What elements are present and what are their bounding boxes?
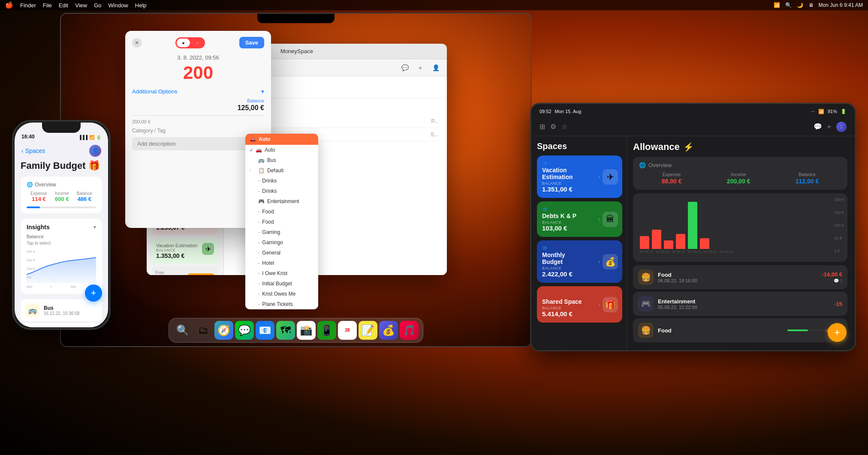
income-toggle[interactable]: ○ [191, 39, 204, 47]
avatar-icon[interactable]: 2 [836, 122, 847, 132]
cat-general[interactable]: · General [245, 248, 318, 258]
ipad-trans-food1-info: Food 06.08.22, 19:16:00 [658, 272, 817, 283]
chevron-icon: › [598, 174, 600, 180]
dock-notesapp[interactable]: 📝 [359, 321, 377, 340]
wifi-icon: 📶 [774, 2, 780, 8]
globe-icon: 🌐 [639, 162, 646, 168]
add-icon[interactable]: + [414, 62, 426, 74]
cat-hotel[interactable]: · Hotel [245, 258, 318, 268]
menu-go[interactable]: Go [94, 2, 101, 9]
chevron-down-icon: ▾ [261, 88, 264, 95]
expense-income-toggle[interactable]: ● ○ [175, 37, 205, 48]
modal-header: ✕ ● ○ Save [125, 31, 271, 54]
dock-finder[interactable]: 🔍 [173, 321, 192, 340]
progress-fill [27, 207, 40, 208]
ipad-overview-stats: Expense 88,00 € Income 200,00 € Balance … [639, 172, 841, 185]
moon-icon[interactable]: 🌙 [797, 2, 803, 8]
apple-icon[interactable]: 🍎 [5, 1, 13, 9]
chart-y-labels: 200 € 150 € 100 € 50 € 0 € [834, 198, 844, 253]
chevron-left-icon: ‹ [21, 147, 24, 154]
display-icon[interactable]: 🖥 [808, 2, 814, 8]
modal-close-button[interactable]: ✕ [132, 38, 142, 48]
dock-maps[interactable]: 🗺 [276, 321, 295, 340]
dock-mail[interactable]: 📧 [256, 321, 274, 340]
dock-safari[interactable]: 🧭 [214, 321, 233, 340]
upgrade-button[interactable]: Upgrade [187, 273, 215, 275]
dock-facetime[interactable]: 📱 [317, 321, 336, 340]
entertainment-icon: 🎮 [258, 198, 265, 204]
menu-window[interactable]: Window [108, 2, 128, 9]
dock-calendar[interactable]: 28 [338, 321, 357, 340]
shared-icon: 🎁 [603, 297, 618, 312]
menu-finder[interactable]: Finder [20, 2, 36, 9]
cat-bus[interactable]: 🚌 Bus [245, 155, 318, 165]
general-icon: · [258, 250, 259, 256]
cat-plane[interactable]: · Plane Tickets [245, 299, 318, 309]
dock-messages[interactable]: 💬 [235, 321, 254, 340]
overview-label-row: 🌐 Overview [27, 182, 96, 188]
ipad-trans-entertainment[interactable]: 🎮 Entertainment 05.08.22, 12:22:00 -15 [633, 292, 847, 316]
add-transaction-fab[interactable]: + [85, 284, 102, 302]
dock-moneyspace[interactable]: 💰 [379, 321, 398, 340]
dock-photos[interactable]: 📸 [297, 321, 316, 340]
cat-kristowes[interactable]: · Krist Owes Me [245, 289, 318, 299]
cat-auto[interactable]: ✓ 🚗 Auto [245, 145, 318, 155]
transaction-car[interactable]: 🚗 Car -58 € [21, 323, 102, 327]
person-icon[interactable]: 👤 [430, 62, 442, 74]
bus-icon: 🚌 [258, 157, 265, 163]
menu-file[interactable]: File [43, 2, 52, 9]
menu-edit[interactable]: Edit [59, 2, 68, 9]
cat-drinks2[interactable]: · Drinks [245, 186, 318, 196]
back-button[interactable]: ‹ Spaces [21, 147, 45, 154]
gear-icon[interactable]: ⚙ [550, 123, 556, 131]
ipad-detail-panel: Allowance ⚡ 🌐 Overview Expense 88,00 € [627, 136, 853, 349]
insights-card: Insights ▾ Balance Tap to select [21, 219, 102, 294]
menu-help[interactable]: Help [135, 2, 147, 9]
transaction-bus[interactable]: 🚌 Bus 16.12.22, 15:36:58 [21, 299, 102, 321]
balance-chart: 600 € 400 € 200 € 0 € [27, 249, 96, 283]
cat-entertainment[interactable]: 🎮 Entertainment [245, 196, 318, 207]
cat-gamingo[interactable]: · Gamingo [245, 237, 318, 248]
chat-icon[interactable]: 💬 [399, 62, 411, 74]
cat-iowe[interactable]: · I Owe Krist [245, 268, 318, 278]
ipad-trans-food2[interactable]: 🍔 Food -8,00 € [633, 318, 847, 342]
bar-group-3 [664, 240, 673, 249]
chat-icon[interactable]: 💬 [814, 123, 822, 131]
expense-toggle[interactable]: ● [177, 39, 190, 47]
ipad-trans-food1[interactable]: 🍔 Food 06.08.22, 19:16:00 -14,00 € 💬 0 [633, 265, 847, 289]
ipad-shared-card[interactable]: Shared Space BALANCE 5.414,00 € › 🎁 [537, 286, 622, 323]
chevron-icon: › [598, 216, 600, 222]
ipad-toolbar: ⊞ ⚙ ☆ 💬 + 2 [533, 117, 853, 136]
cat-default[interactable]: ! 📋 Default [245, 165, 318, 176]
ipad-monthly-card[interactable]: 👥 MonthlyBudget BALANCE 2.422,00 € › 💰 [537, 240, 622, 283]
laptop-notch [257, 14, 335, 23]
menubar-datetime: Mon Jun 6 9:41 AM [819, 2, 863, 8]
dock-music[interactable]: 🎵 [400, 321, 419, 340]
dock-launchpad[interactable]: 🗂 [194, 321, 213, 340]
menu-view[interactable]: View [75, 2, 87, 9]
ipad-debts-card[interactable]: 👥 Debts K & P BALANCE 103,00 € › 🏛 [537, 201, 622, 237]
ipad-add-fab[interactable]: + [828, 323, 847, 342]
ipad-vacation-card[interactable]: 👥 VacationEstimation BALANCE 1.351,00 € … [537, 156, 622, 198]
cat-drinks1[interactable]: · Drinks [245, 176, 318, 186]
space-vacation[interactable]: Vacation Estimation BALANCE 1.353,00 € ✈ [152, 239, 218, 263]
star-icon[interactable]: ☆ [561, 123, 567, 131]
more-icon[interactable]: ··· [811, 109, 815, 114]
cat-food2[interactable]: · Food [245, 217, 318, 227]
iphone-content: Family Budget 🎁 🌐 Overview Expense 114 €… [15, 160, 108, 327]
search-icon[interactable]: 🔍 [785, 2, 792, 8]
overview-stats: Expense 114 € Income 600 € Balance 486 € [27, 191, 96, 202]
add-icon[interactable]: + [827, 123, 831, 131]
description-input[interactable] [132, 137, 264, 150]
chevron-icon[interactable]: ▾ [93, 224, 96, 230]
sidebar-icon[interactable]: ⊞ [539, 123, 545, 131]
cat-initial[interactable]: · Initial Budget [245, 278, 318, 289]
save-button[interactable]: Save [239, 37, 264, 48]
additional-options[interactable]: Additional Options ▾ [125, 88, 271, 98]
ipad-trans-ent-amount: -15 [834, 301, 842, 307]
tap-select-label[interactable]: Tap to select [27, 241, 96, 245]
cat-gaming[interactable]: · Gaming [245, 227, 318, 237]
cat-food1[interactable]: · Food [245, 207, 318, 217]
avatar[interactable]: 👤 [89, 145, 101, 157]
check-icon: ✓ [250, 148, 253, 153]
